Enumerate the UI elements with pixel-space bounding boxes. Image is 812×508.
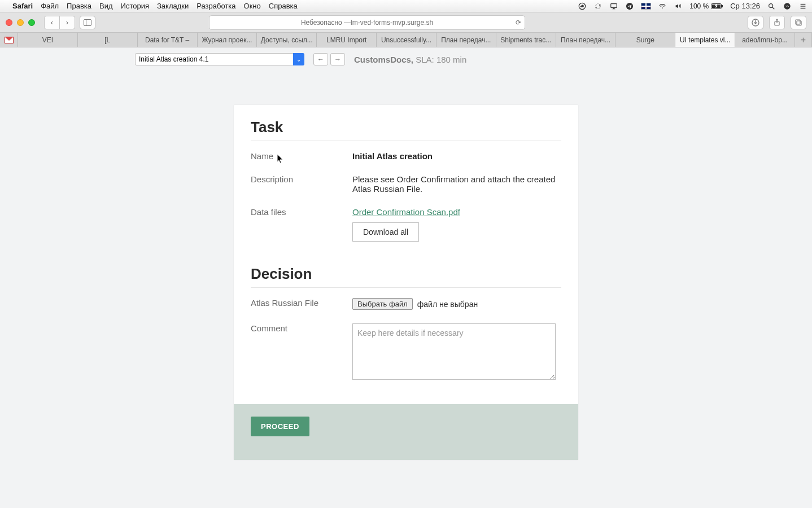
sla-app-name: CustomsDocs, bbox=[354, 55, 413, 64]
svg-rect-5 bbox=[722, 5, 723, 7]
zoom-window-button[interactable] bbox=[28, 19, 35, 26]
tab-8[interactable]: Shipments trac... bbox=[496, 33, 556, 47]
close-window-button[interactable] bbox=[6, 19, 12, 26]
sync-icon[interactable] bbox=[593, 2, 603, 10]
input-language-flag-icon[interactable] bbox=[641, 3, 651, 10]
tab-10[interactable]: Surge bbox=[615, 33, 675, 47]
task-heading: Task bbox=[251, 119, 561, 141]
nav-buttons: ‹ › bbox=[44, 16, 75, 29]
volume-icon[interactable] bbox=[674, 2, 683, 10]
sla-label: CustomsDocs, SLA: 180 min bbox=[354, 55, 466, 64]
task-desc-value: Please see Order Confirmation and attach… bbox=[352, 174, 561, 194]
tab-0[interactable]: VEI bbox=[18, 33, 78, 47]
svg-rect-1 bbox=[611, 3, 617, 7]
tabs-overview-button[interactable] bbox=[791, 16, 806, 29]
app-menu[interactable]: Safari bbox=[12, 2, 33, 10]
tab-2[interactable]: Data for T&T – bbox=[138, 33, 198, 47]
telegram-icon[interactable] bbox=[625, 2, 634, 10]
notification-center-icon[interactable] bbox=[798, 2, 807, 10]
task-name-value: Initial Atlas creation bbox=[352, 151, 561, 161]
downloads-button[interactable] bbox=[748, 16, 763, 29]
menu-view[interactable]: Вид bbox=[99, 2, 113, 10]
page-header: Initial Atlas creation 4.1 ⌄ ← → Customs… bbox=[124, 53, 688, 65]
tab-7[interactable]: План передач... bbox=[436, 33, 496, 47]
sla-value: SLA: 180 min bbox=[416, 55, 466, 64]
sidebar-toggle-button[interactable] bbox=[80, 16, 95, 29]
tab-1[interactable]: [L bbox=[78, 33, 138, 47]
comment-textarea[interactable] bbox=[352, 323, 556, 380]
prev-task-button[interactable]: ← bbox=[313, 53, 328, 65]
task-name-label: Name bbox=[251, 151, 352, 161]
clock[interactable]: Ср 13:26 bbox=[730, 2, 760, 10]
wifi-icon[interactable] bbox=[658, 2, 667, 10]
minimize-window-button[interactable] bbox=[17, 19, 24, 26]
task-card: Task Name Initial Atlas creation Descrip… bbox=[234, 105, 578, 460]
tab-12[interactable]: adeo/lmru-bp... bbox=[735, 33, 795, 47]
download-all-button[interactable]: Download all bbox=[352, 222, 419, 242]
next-task-button[interactable]: → bbox=[330, 53, 345, 65]
task-files-label: Data files bbox=[251, 207, 352, 242]
decision-file-label: Atlas Russian File bbox=[251, 298, 352, 310]
page-viewport[interactable]: Initial Atlas creation 4.1 ⌄ ← → Customs… bbox=[0, 47, 812, 508]
tab-5[interactable]: LMRU Import bbox=[317, 33, 377, 47]
pinned-tab-gmail[interactable] bbox=[0, 33, 18, 47]
svg-point-2 bbox=[626, 2, 633, 9]
menu-help[interactable]: Справка bbox=[269, 2, 298, 10]
menu-window[interactable]: Окно bbox=[244, 2, 261, 10]
task-select-wrapper: Initial Atlas creation 4.1 ⌄ bbox=[135, 53, 304, 65]
forward-button[interactable]: › bbox=[59, 16, 75, 29]
new-tab-button[interactable]: + bbox=[795, 33, 812, 47]
menu-edit[interactable]: Правка bbox=[67, 2, 91, 10]
menu-bookmarks[interactable]: Закладки bbox=[157, 2, 189, 10]
window-controls bbox=[6, 19, 35, 26]
proceed-button[interactable]: PROCEED bbox=[251, 417, 309, 436]
svg-line-7 bbox=[772, 7, 775, 9]
address-host: lm-ved-forms-mvp.surge.sh bbox=[351, 19, 433, 27]
task-select[interactable]: Initial Atlas creation 4.1 bbox=[135, 53, 304, 65]
choose-file-button[interactable]: Выбрать файл bbox=[352, 298, 413, 310]
file-link[interactable]: Order Confirmation Scan.pdf bbox=[352, 207, 460, 217]
back-button[interactable]: ‹ bbox=[44, 16, 60, 29]
airplay-icon[interactable] bbox=[609, 2, 618, 10]
card-footer: PROCEED bbox=[234, 404, 578, 460]
file-status: файл не выбран bbox=[417, 300, 478, 309]
svg-rect-16 bbox=[796, 20, 800, 24]
siri-icon[interactable] bbox=[783, 2, 792, 10]
address-insecure-label: Небезопасно — bbox=[301, 19, 351, 27]
share-button[interactable] bbox=[769, 16, 785, 29]
spotlight-icon[interactable] bbox=[767, 2, 776, 10]
svg-rect-12 bbox=[84, 19, 91, 25]
menu-file[interactable]: Файл bbox=[41, 2, 59, 10]
svg-rect-17 bbox=[797, 21, 801, 25]
creative-cloud-icon[interactable] bbox=[578, 2, 587, 10]
macos-menubar: Safari Файл Правка Вид История Закладки … bbox=[0, 0, 812, 12]
menu-develop[interactable]: Разработка bbox=[197, 2, 235, 10]
tab-6[interactable]: Unsuccessfully... bbox=[377, 33, 436, 47]
tab-4[interactable]: Доступы, ссыл... bbox=[257, 33, 317, 47]
address-bar[interactable]: Небезопасно — lm-ved-forms-mvp.surge.sh … bbox=[209, 15, 525, 30]
browser-tabbar: VEI [L Data for T&T – Журнал проек... До… bbox=[0, 33, 812, 47]
tab-9[interactable]: План передач... bbox=[556, 33, 616, 47]
svg-point-6 bbox=[769, 3, 773, 7]
decision-heading: Decision bbox=[251, 265, 561, 288]
gmail-icon bbox=[5, 37, 14, 43]
battery-percent: 100 % bbox=[689, 2, 709, 10]
tab-11-active[interactable]: UI templates vl... bbox=[675, 33, 735, 47]
tab-3[interactable]: Журнал проек... bbox=[198, 33, 257, 47]
reload-icon[interactable]: ⟳ bbox=[516, 19, 521, 27]
browser-toolbar: ‹ › Небезопасно — lm-ved-forms-mvp.surge… bbox=[0, 12, 812, 33]
comment-label: Comment bbox=[251, 323, 352, 382]
battery-indicator[interactable]: 100 % bbox=[689, 2, 723, 10]
menu-history[interactable]: История bbox=[121, 2, 149, 10]
task-desc-label: Description bbox=[251, 174, 352, 194]
